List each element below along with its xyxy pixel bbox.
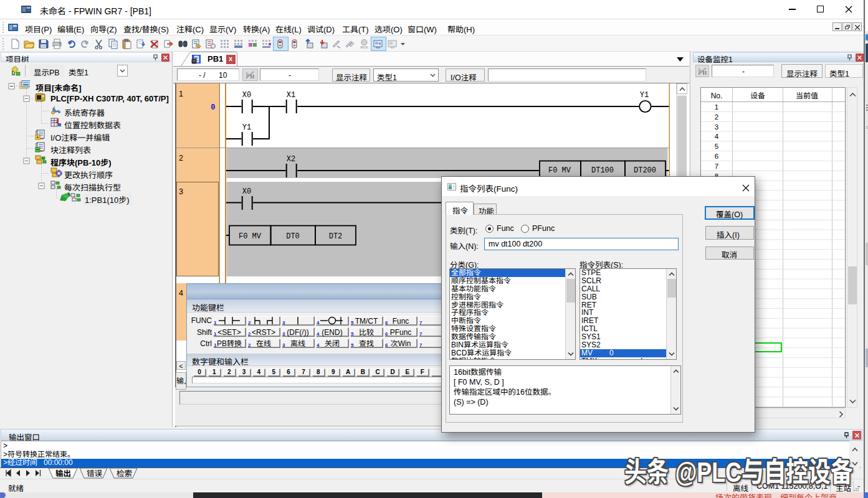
svg-text:5: 5 <box>715 143 718 150</box>
svg-text:RUN: RUN <box>360 45 368 49</box>
svg-text:4: 4 <box>179 289 183 298</box>
svg-text:错误: 错误 <box>87 469 103 478</box>
svg-text:F0 MV: F0 MV <box>548 166 571 175</box>
svg-text:7: 7 <box>715 162 718 170</box>
svg-text:设备: 设备 <box>750 92 765 100</box>
svg-text:3: 3 <box>715 123 718 131</box>
svg-text:6: 6 <box>715 153 718 160</box>
svg-text:0: 0 <box>211 103 215 112</box>
svg-text:DT0: DT0 <box>286 232 300 241</box>
svg-text:4: 4 <box>715 133 719 140</box>
svg-text:DT100: DT100 <box>591 166 614 175</box>
svg-text:当前值: 当前值 <box>796 92 818 100</box>
svg-text:1: 1 <box>179 90 183 98</box>
svg-text:1: 1 <box>715 103 718 111</box>
svg-text:No.: No. <box>711 92 723 100</box>
svg-text:DT2: DT2 <box>329 232 343 241</box>
svg-text:2: 2 <box>179 154 183 162</box>
svg-text:检索: 检索 <box>117 469 132 478</box>
svg-text:F0 MV: F0 MV <box>239 232 262 241</box>
svg-text:2: 2 <box>715 113 718 121</box>
svg-text:Y1: Y1 <box>242 123 251 132</box>
svg-text:3: 3 <box>179 187 183 196</box>
svg-text:DT200: DT200 <box>634 166 656 175</box>
svg-text:Y1: Y1 <box>640 91 649 100</box>
svg-text:输出: 输出 <box>55 469 71 478</box>
svg-text:X1: X1 <box>287 91 295 100</box>
svg-text:X2: X2 <box>287 155 295 164</box>
svg-text:X0: X0 <box>242 91 251 100</box>
svg-text:X0: X0 <box>242 187 251 196</box>
